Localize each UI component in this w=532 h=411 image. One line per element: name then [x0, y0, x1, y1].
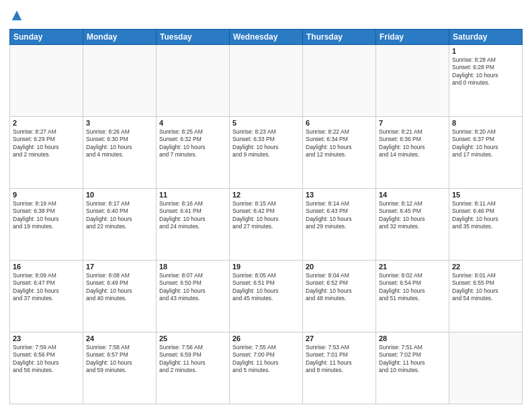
day-cell: 4Sunrise: 8:25 AM Sunset: 6:32 PM Daylig… [157, 116, 230, 188]
day-cell: 26Sunrise: 7:55 AM Sunset: 7:00 PM Dayli… [230, 332, 303, 404]
day-info: Sunrise: 8:12 AM Sunset: 6:45 PM Dayligh… [379, 200, 446, 231]
week-row-3: 9Sunrise: 8:19 AM Sunset: 6:38 PM Daylig… [10, 188, 523, 260]
day-cell: 5Sunrise: 8:23 AM Sunset: 6:33 PM Daylig… [230, 116, 303, 188]
day-cell: 11Sunrise: 8:16 AM Sunset: 6:41 PM Dayli… [157, 188, 230, 260]
day-info: Sunrise: 8:05 AM Sunset: 6:51 PM Dayligh… [232, 272, 300, 303]
day-number: 14 [379, 191, 446, 199]
day-cell [303, 44, 376, 116]
day-info: Sunrise: 7:56 AM Sunset: 6:59 PM Dayligh… [159, 344, 226, 375]
week-row-5: 23Sunrise: 7:59 AM Sunset: 6:56 PM Dayli… [10, 332, 523, 404]
week-row-2: 2Sunrise: 8:27 AM Sunset: 6:29 PM Daylig… [10, 116, 523, 188]
day-info: Sunrise: 8:16 AM Sunset: 6:41 PM Dayligh… [159, 200, 226, 231]
day-cell: 14Sunrise: 8:12 AM Sunset: 6:45 PM Dayli… [376, 188, 449, 260]
day-cell: 10Sunrise: 8:17 AM Sunset: 6:40 PM Dayli… [83, 188, 157, 260]
day-cell [10, 44, 83, 116]
day-number: 24 [86, 334, 153, 342]
day-number: 4 [159, 119, 226, 127]
day-info: Sunrise: 8:11 AM Sunset: 6:46 PM Dayligh… [452, 200, 519, 231]
week-row-4: 16Sunrise: 8:09 AM Sunset: 6:47 PM Dayli… [10, 260, 523, 332]
day-cell: 2Sunrise: 8:27 AM Sunset: 6:29 PM Daylig… [10, 116, 83, 188]
day-number: 10 [86, 191, 153, 199]
day-number: 6 [306, 119, 373, 127]
day-cell: 7Sunrise: 8:21 AM Sunset: 6:36 PM Daylig… [376, 116, 449, 188]
day-cell [230, 44, 303, 116]
day-info: Sunrise: 8:28 AM Sunset: 6:28 PM Dayligh… [452, 56, 519, 87]
week-row-1: 1Sunrise: 8:28 AM Sunset: 6:28 PM Daylig… [10, 44, 523, 116]
day-cell: 13Sunrise: 8:14 AM Sunset: 6:43 PM Dayli… [303, 188, 376, 260]
logo-icon [11, 9, 23, 21]
day-cell: 1Sunrise: 8:28 AM Sunset: 6:28 PM Daylig… [449, 44, 523, 116]
weekday-thursday: Thursday [303, 29, 376, 44]
day-info: Sunrise: 7:59 AM Sunset: 6:56 PM Dayligh… [13, 344, 80, 375]
day-number: 8 [452, 119, 519, 127]
day-cell: 15Sunrise: 8:11 AM Sunset: 6:46 PM Dayli… [449, 188, 523, 260]
weekday-saturday: Saturday [449, 29, 523, 44]
day-cell: 24Sunrise: 7:58 AM Sunset: 6:57 PM Dayli… [83, 332, 157, 404]
day-number: 20 [306, 263, 373, 271]
day-number: 9 [13, 191, 80, 199]
day-info: Sunrise: 8:08 AM Sunset: 6:49 PM Dayligh… [86, 272, 153, 303]
day-cell [157, 44, 230, 116]
day-number: 11 [159, 191, 226, 199]
day-cell: 20Sunrise: 8:04 AM Sunset: 6:52 PM Dayli… [303, 260, 376, 332]
weekday-header-row: SundayMondayTuesdayWednesdayThursdayFrid… [10, 29, 523, 44]
day-cell: 25Sunrise: 7:56 AM Sunset: 6:59 PM Dayli… [157, 332, 230, 404]
day-number: 23 [13, 334, 80, 342]
day-number: 25 [159, 334, 226, 342]
day-info: Sunrise: 8:01 AM Sunset: 6:55 PM Dayligh… [452, 272, 519, 303]
day-number: 5 [232, 119, 300, 127]
day-info: Sunrise: 8:04 AM Sunset: 6:52 PM Dayligh… [306, 272, 373, 303]
day-cell: 28Sunrise: 7:51 AM Sunset: 7:02 PM Dayli… [376, 332, 449, 404]
day-cell: 6Sunrise: 8:22 AM Sunset: 6:34 PM Daylig… [303, 116, 376, 188]
weekday-friday: Friday [376, 29, 449, 44]
day-number: 12 [232, 191, 300, 199]
header [9, 7, 523, 25]
day-cell [83, 44, 157, 116]
svg-marker-0 [12, 11, 21, 20]
day-number: 19 [232, 263, 300, 271]
day-cell: 3Sunrise: 8:26 AM Sunset: 6:30 PM Daylig… [83, 116, 157, 188]
day-info: Sunrise: 8:20 AM Sunset: 6:37 PM Dayligh… [452, 128, 519, 159]
calendar: SundayMondayTuesdayWednesdayThursdayFrid… [9, 29, 523, 404]
day-cell: 12Sunrise: 8:15 AM Sunset: 6:42 PM Dayli… [230, 188, 303, 260]
day-cell: 8Sunrise: 8:20 AM Sunset: 6:37 PM Daylig… [449, 116, 523, 188]
day-number: 2 [13, 119, 80, 127]
day-info: Sunrise: 8:25 AM Sunset: 6:32 PM Dayligh… [159, 128, 226, 159]
day-cell: 17Sunrise: 8:08 AM Sunset: 6:49 PM Dayli… [83, 260, 157, 332]
day-cell: 9Sunrise: 8:19 AM Sunset: 6:38 PM Daylig… [10, 188, 83, 260]
day-number: 27 [306, 334, 373, 342]
day-cell: 16Sunrise: 8:09 AM Sunset: 6:47 PM Dayli… [10, 260, 83, 332]
day-number: 13 [306, 191, 373, 199]
day-info: Sunrise: 8:26 AM Sunset: 6:30 PM Dayligh… [86, 128, 153, 159]
day-info: Sunrise: 7:53 AM Sunset: 7:01 PM Dayligh… [306, 344, 373, 375]
day-cell: 22Sunrise: 8:01 AM Sunset: 6:55 PM Dayli… [449, 260, 523, 332]
day-info: Sunrise: 8:19 AM Sunset: 6:38 PM Dayligh… [13, 200, 80, 231]
day-cell: 23Sunrise: 7:59 AM Sunset: 6:56 PM Dayli… [10, 332, 83, 404]
day-number: 3 [86, 119, 153, 127]
day-info: Sunrise: 8:02 AM Sunset: 6:54 PM Dayligh… [379, 272, 446, 303]
day-number: 15 [452, 191, 519, 199]
day-info: Sunrise: 8:21 AM Sunset: 6:36 PM Dayligh… [379, 128, 446, 159]
logo [9, 9, 23, 25]
day-info: Sunrise: 7:55 AM Sunset: 7:00 PM Dayligh… [232, 344, 300, 375]
day-info: Sunrise: 8:27 AM Sunset: 6:29 PM Dayligh… [13, 128, 80, 159]
day-number: 1 [452, 47, 519, 55]
day-cell: 19Sunrise: 8:05 AM Sunset: 6:51 PM Dayli… [230, 260, 303, 332]
day-info: Sunrise: 8:09 AM Sunset: 6:47 PM Dayligh… [13, 272, 80, 303]
day-number: 16 [13, 263, 80, 271]
day-number: 17 [86, 263, 153, 271]
day-number: 21 [379, 263, 446, 271]
page: SundayMondayTuesdayWednesdayThursdayFrid… [0, 0, 532, 411]
day-cell: 21Sunrise: 8:02 AM Sunset: 6:54 PM Dayli… [376, 260, 449, 332]
weekday-wednesday: Wednesday [230, 29, 303, 44]
day-info: Sunrise: 8:22 AM Sunset: 6:34 PM Dayligh… [306, 128, 373, 159]
weekday-tuesday: Tuesday [157, 29, 230, 44]
day-info: Sunrise: 7:51 AM Sunset: 7:02 PM Dayligh… [379, 344, 446, 375]
day-info: Sunrise: 8:14 AM Sunset: 6:43 PM Dayligh… [306, 200, 373, 231]
day-number: 18 [159, 263, 226, 271]
day-cell [449, 332, 523, 404]
day-number: 22 [452, 263, 519, 271]
day-number: 28 [379, 334, 446, 342]
day-info: Sunrise: 8:17 AM Sunset: 6:40 PM Dayligh… [86, 200, 153, 231]
day-info: Sunrise: 8:23 AM Sunset: 6:33 PM Dayligh… [232, 128, 300, 159]
